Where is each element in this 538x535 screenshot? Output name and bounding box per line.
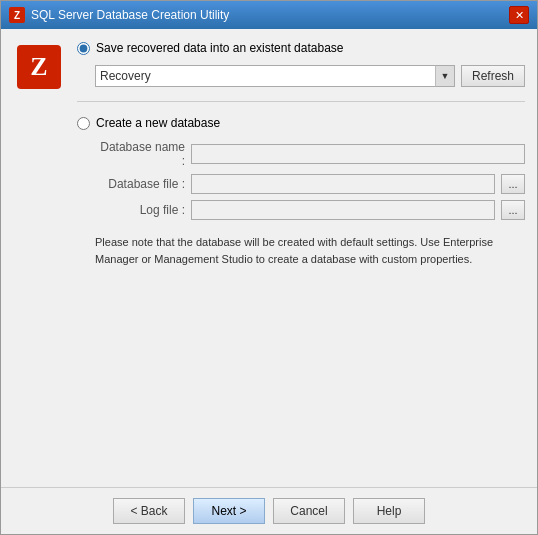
logo-box: Z <box>17 45 61 89</box>
create-new-label[interactable]: Create a new database <box>77 116 220 130</box>
refresh-button[interactable]: Refresh <box>461 65 525 87</box>
main-form-area: Save recovered data into an existent dat… <box>77 41 525 475</box>
log-file-label: Log file : <box>95 203 185 217</box>
database-file-browse-button[interactable]: ... <box>501 174 525 194</box>
recovery-dropdown[interactable]: Recovery <box>95 65 455 87</box>
next-button[interactable]: Next > <box>193 498 265 524</box>
recovery-dropdown-wrapper: Recovery ▼ <box>95 65 455 87</box>
cancel-button[interactable]: Cancel <box>273 498 345 524</box>
create-new-option-row: Create a new database <box>77 116 525 130</box>
save-existing-label[interactable]: Save recovered data into an existent dat… <box>77 41 344 55</box>
logo-area: Z <box>13 41 65 475</box>
create-new-text: Create a new database <box>96 116 220 130</box>
separator <box>77 101 525 102</box>
note-text: Please note that the database will be cr… <box>95 234 525 267</box>
main-window: Z SQL Server Database Creation Utility ✕… <box>0 0 538 535</box>
database-file-row: Database file : ... <box>95 174 525 194</box>
database-name-row: Database name : <box>95 140 525 168</box>
log-file-row: Log file : ... <box>95 200 525 220</box>
window-title: SQL Server Database Creation Utility <box>31 8 229 22</box>
save-existing-option-row: Save recovered data into an existent dat… <box>77 41 525 55</box>
back-button[interactable]: < Back <box>113 498 185 524</box>
database-name-label: Database name : <box>95 140 185 168</box>
database-name-input[interactable] <box>191 144 525 164</box>
save-existing-text: Save recovered data into an existent dat… <box>96 41 344 55</box>
create-new-radio[interactable] <box>77 117 90 130</box>
log-file-browse-button[interactable]: ... <box>501 200 525 220</box>
title-bar: Z SQL Server Database Creation Utility ✕ <box>1 1 537 29</box>
footer: < Back Next > Cancel Help <box>1 487 537 534</box>
dropdown-row: Recovery ▼ Refresh <box>95 65 525 87</box>
content-area: Z Save recovered data into an existent d… <box>1 29 537 487</box>
form-group: Database name : Database file : ... Log … <box>95 140 525 220</box>
title-bar-left: Z SQL Server Database Creation Utility <box>9 7 229 23</box>
close-button[interactable]: ✕ <box>509 6 529 24</box>
log-file-input[interactable] <box>191 200 495 220</box>
database-file-label: Database file : <box>95 177 185 191</box>
app-icon: Z <box>9 7 25 23</box>
help-button[interactable]: Help <box>353 498 425 524</box>
save-existing-radio[interactable] <box>77 42 90 55</box>
database-file-input[interactable] <box>191 174 495 194</box>
logo-z: Z <box>30 54 47 80</box>
